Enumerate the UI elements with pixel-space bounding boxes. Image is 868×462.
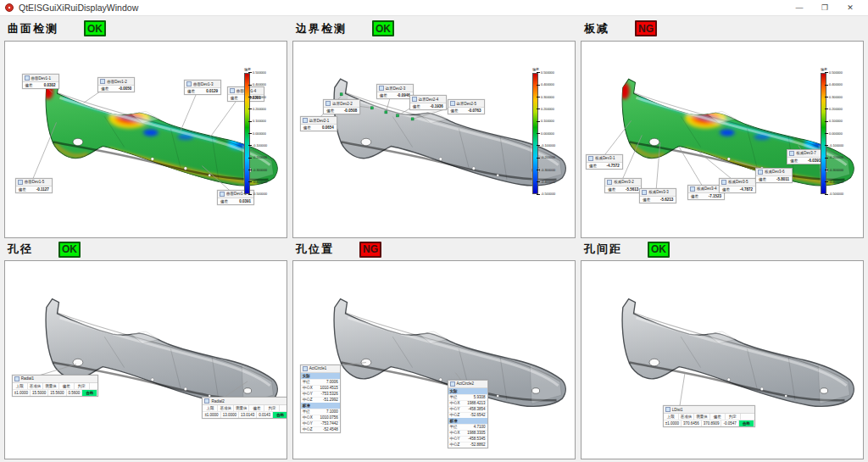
colorbar-tick: -0.200000 (537, 156, 555, 159)
header-hole-position: 孔位置 NG (292, 238, 576, 260)
deviation-callout: 板减Dev3-7偏差-6.0391 (787, 149, 824, 164)
panel-title: 孔位置 (296, 242, 334, 257)
pass-cell: 合格 (82, 389, 97, 396)
deviation-callout: 曲面Dev1-3偏差0.0129 (184, 80, 221, 95)
status-badge: OK (372, 20, 394, 36)
checkbox-icon (588, 156, 593, 161)
callout-leader-lines (581, 261, 863, 459)
checkbox-icon (412, 97, 417, 102)
callout-title: 曲面Dev1-1 (23, 75, 58, 82)
close-button[interactable]: ✕ (837, 0, 863, 15)
table-section-header: 实际 (448, 388, 487, 394)
checkbox-icon (100, 79, 105, 84)
boundary-point (411, 118, 414, 120)
deviation-callout: 曲面Dev1-5偏差-0.1127 (15, 178, 53, 193)
colorbar-tick: 0.300000 (825, 96, 843, 99)
colorbar-tick: -0.500000 (248, 192, 267, 196)
checkbox-icon (450, 381, 455, 387)
panel-title: 边界检测 (296, 21, 347, 36)
colorbar-tick: 0.100000 (825, 120, 843, 123)
checkbox-icon (326, 101, 331, 106)
colorbar-tick: 0.300000 (248, 96, 266, 99)
checkbox-icon (303, 118, 308, 123)
viewport-thinning-check[interactable]: 板减Dev3-1偏差-4.7572 板减Dev3-2偏差-5.5613 板减De… (581, 41, 864, 238)
window-controls: — ❐ ✕ (787, 0, 863, 15)
callout-title: Radial1 (13, 376, 98, 383)
circle-position-table: ActCircle2实际半径5.9308中心X1988.4213中心Y-458.… (448, 380, 488, 448)
colorbar-tick: 0.000000 (825, 132, 843, 136)
callout-title: 曲面Dev1-5 (16, 179, 52, 186)
checkbox-icon (18, 180, 23, 185)
colorbar-tick: 0.300000 (537, 96, 554, 99)
checkbox-icon (642, 190, 647, 195)
checkbox-icon (379, 86, 384, 91)
status-badge: OK (84, 20, 106, 36)
deviation-callout: 边界Dev2-5偏差-0.0763 (448, 99, 485, 114)
panel-title: 板减 (584, 21, 609, 36)
status-badge: NG (635, 20, 657, 36)
colorbar-tick: -0.500000 (537, 192, 555, 196)
callout-title: 曲面Dev1-2 (98, 78, 134, 86)
callout-leader-lines (5, 261, 287, 459)
callout-title: LDist1 (664, 406, 754, 414)
viewport-boundary-check[interactable]: 边界Dev2-1偏差0.0654 边界Dev2-2偏差-0.0508 边界Dev… (292, 41, 576, 238)
callout-title: 板减Dev3-5 (720, 179, 755, 186)
checkbox-icon (789, 151, 794, 156)
colorbar-tick: 0.200000 (248, 108, 266, 111)
checkbox-icon (204, 398, 209, 404)
checkbox-icon (303, 366, 308, 371)
deviation-callout: 边界Dev2-4偏差-0.1936 (409, 95, 447, 110)
callout-title: 板减Dev3-1 (587, 155, 622, 163)
deviation-callout: 曲面Dev1-2偏差-0.0050 (97, 77, 135, 92)
colorbar-tick: 0.000000 (537, 132, 554, 136)
deviation-callout: 板减Dev3-5偏差-4.7872 (719, 178, 756, 193)
colorbar-tick: -0.300000 (248, 169, 267, 172)
header-boundary-check: 边界检测 OK (292, 16, 576, 41)
checkbox-icon (690, 186, 695, 192)
checkbox-icon (230, 88, 235, 93)
checkbox-icon (14, 376, 19, 381)
checkbox-icon (450, 101, 455, 106)
window-title: QtEISGuiXiRuiDisplayWindow (19, 3, 138, 13)
colorbar-tick: 0.400000 (537, 83, 554, 86)
callout-title: 板减Dev3-6 (756, 169, 792, 176)
maximize-button[interactable]: ❐ (812, 0, 837, 15)
colorbar-tick: 0.100000 (537, 120, 554, 123)
callout-title: 边界Dev2-2 (324, 100, 359, 108)
callout-title: 边界Dev2-1 (301, 117, 337, 125)
colorbar-tick: -0.500000 (825, 192, 843, 196)
measurement-table: Radial2上限基准值测量值偏差判定±1.000013.000013.0143… (202, 397, 287, 419)
colorbar-tick: 0.400000 (825, 83, 843, 86)
panel-title: 孔径 (8, 242, 33, 257)
colorbar-tick: -0.200000 (825, 156, 843, 159)
status-badge: NG (359, 242, 381, 258)
deviation-callout: 边界Dev2-2偏差-0.0508 (323, 99, 360, 114)
deviation-callout: 板减Dev3-6偏差-5.8011 (755, 168, 793, 183)
colorbar-tick: -0.100000 (825, 144, 843, 148)
panel-title: 曲面检测 (8, 21, 58, 36)
viewport-hole-position[interactable]: ActCircle1实际半径7.0006中心X1010.4515中心Y-753.… (292, 260, 576, 459)
colorbar-tick: -0.100000 (537, 144, 555, 148)
viewport-hole-spacing[interactable]: LDist1上限基准值测量值偏差判定±1.0000370.6456370.890… (581, 260, 864, 459)
deviation-callout: 边界Dev2-1偏差0.0654 (300, 116, 337, 131)
viewport-hole-diameter[interactable]: Radial1上限基准值测量值偏差判定±1.000015.500015.5600… (4, 260, 287, 459)
colorbar-tick: -0.300000 (825, 169, 843, 172)
measurement-table: Radial1上限基准值测量值偏差判定±1.000015.500015.5600… (12, 375, 99, 397)
colorbar-tick: 0.400000 (248, 83, 266, 86)
status-badge: OK (648, 242, 670, 258)
viewport-surface-check[interactable]: 曲面Dev1-1偏差0.0302 曲面Dev1-2偏差-0.0050 曲面Dev… (4, 41, 287, 238)
titlebar: QtEISGuiXiRuiDisplayWindow — ❐ ✕ (0, 0, 868, 16)
checkbox-icon (186, 81, 192, 86)
table-section-header: 标准 (301, 403, 340, 409)
header-hole-diameter: 孔径 OK (4, 238, 287, 260)
checkbox-icon (721, 180, 726, 185)
colorbar-tick: -0.200000 (248, 156, 267, 159)
table-section-header: 实际 (301, 373, 340, 379)
callout-title: ActCircle2 (448, 381, 487, 388)
header-hole-spacing: 孔间距 OK (581, 238, 864, 260)
callout-title: 曲面Dev1-3 (185, 81, 220, 88)
boundary-point (397, 114, 399, 117)
minimize-button[interactable]: — (787, 0, 812, 15)
callout-title: 板减Dev3-7 (787, 150, 823, 158)
colorbar-tick: -0.400000 (248, 181, 267, 184)
